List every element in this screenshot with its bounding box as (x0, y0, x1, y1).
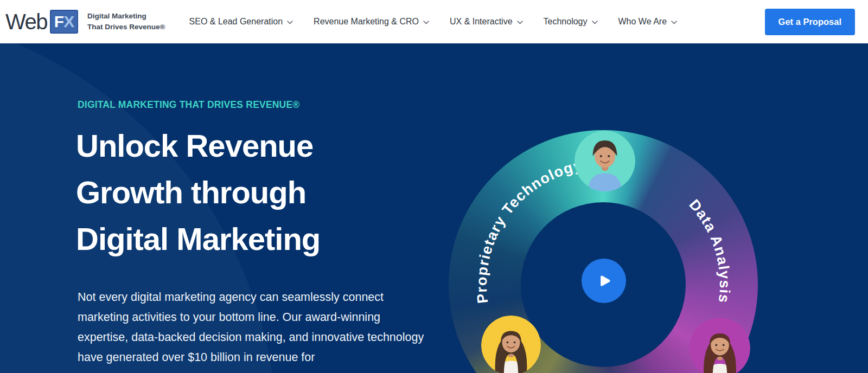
nav-item-label: Who We Are (618, 17, 667, 27)
hero-section: DIGITAL MARKETING THAT DRIVES REVENUE® U… (0, 43, 868, 373)
chevron-down-icon (592, 21, 598, 24)
nav-item-label: SEO & Lead Generation (189, 17, 283, 27)
nav-item-revenue-marketing-cro[interactable]: Revenue Marketing & CRO (314, 17, 429, 27)
team-member-photo (690, 318, 750, 373)
main-nav: SEO & Lead Generation Revenue Marketing … (189, 17, 678, 27)
site-header: Web FX Digital Marketing That Drives Rev… (0, 0, 868, 43)
logo-tagline: Digital Marketing That Drives Revenue® (87, 11, 165, 32)
tagline-line-2: That Drives Revenue® (87, 23, 165, 31)
avatar-team-member-top (575, 131, 635, 191)
headline-line-1: Unlock Revenue (76, 123, 320, 169)
avatar-team-member-bottom-right (690, 318, 750, 373)
ring-label-data-analysis: Data Analysis (686, 196, 733, 304)
ring-label-proprietary-technology: Proprietary Technology (474, 157, 584, 305)
headline-line-2: Growth through (76, 169, 320, 216)
hero-headline: Unlock Revenue Growth through Digital Ma… (76, 123, 320, 262)
webfx-homepage: Web FX Digital Marketing That Drives Rev… (0, 0, 868, 373)
logo-badge-f: F (54, 14, 63, 30)
nav-item-label: Technology (544, 17, 588, 27)
nav-item-ux-interactive[interactable]: UX & Interactive (450, 17, 523, 27)
logo-badge-x: X (63, 14, 74, 30)
hero-paragraph: Not every digital marketing agency can s… (78, 287, 429, 368)
hero-eyebrow: DIGITAL MARKETING THAT DRIVES REVENUE® (78, 99, 299, 111)
tagline-line-1: Digital Marketing (87, 12, 146, 20)
nav-item-seo-lead-generation[interactable]: SEO & Lead Generation (189, 17, 293, 27)
play-icon (595, 272, 612, 290)
logo-fx-badge: FX (50, 10, 78, 34)
chevron-down-icon (423, 21, 429, 24)
nav-item-who-we-are[interactable]: Who We Are (618, 17, 678, 27)
avatar-team-member-bottom-left (481, 316, 541, 373)
chevron-down-icon (287, 21, 293, 24)
chevron-down-icon (517, 21, 523, 24)
webfx-logo[interactable]: Web FX Digital Marketing That Drives Rev… (5, 10, 165, 34)
nav-item-label: Revenue Marketing & CRO (314, 17, 419, 27)
logo-word: Web (5, 11, 47, 33)
nav-item-label: UX & Interactive (450, 17, 513, 27)
play-video-button[interactable] (582, 259, 626, 303)
nav-item-technology[interactable]: Technology (544, 17, 598, 27)
team-member-photo (575, 131, 635, 191)
headline-line-3: Digital Marketing (76, 216, 320, 262)
team-member-photo (481, 316, 541, 373)
chevron-down-icon (671, 21, 677, 24)
get-a-proposal-button[interactable]: Get a Proposal (765, 9, 855, 35)
